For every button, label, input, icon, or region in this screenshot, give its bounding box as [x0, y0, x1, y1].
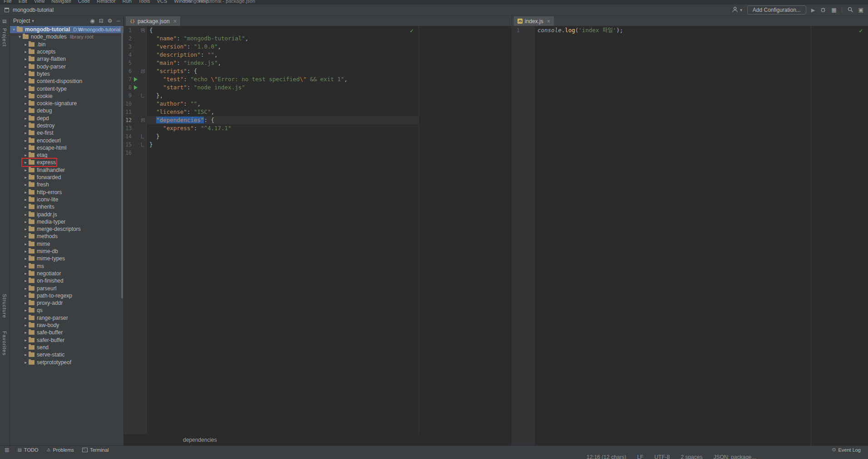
- code-line-16[interactable]: 16: [124, 149, 512, 157]
- chevron-right-icon[interactable]: ▸: [23, 160, 29, 165]
- project-panel-title[interactable]: Project: [13, 18, 30, 24]
- chevron-right-icon[interactable]: ▸: [23, 293, 29, 298]
- tree-item-encodeurl[interactable]: ▸encodeurl: [10, 137, 123, 144]
- hide-panel-icon[interactable]: ─: [116, 18, 120, 24]
- tree-item-express[interactable]: ▸express: [10, 159, 123, 166]
- run-button-icon[interactable]: ▶: [811, 7, 815, 13]
- chevron-right-icon[interactable]: ▸: [23, 108, 29, 113]
- tree-item-range-parser[interactable]: ▸range-parser: [10, 314, 123, 322]
- add-configuration-button[interactable]: Add Configuration...: [747, 5, 806, 15]
- menu-view[interactable]: View: [34, 0, 45, 4]
- tab-package-json[interactable]: {} package.json ×: [126, 16, 180, 26]
- chevron-right-icon[interactable]: ▸: [23, 123, 29, 128]
- tool-windows-icon[interactable]: ▤: [2, 19, 6, 24]
- chevron-right-icon[interactable]: ▸: [23, 153, 29, 157]
- tab-index-js[interactable]: JS index.js ×: [514, 16, 554, 26]
- chevron-right-icon[interactable]: ▸: [23, 286, 29, 291]
- chevron-right-icon[interactable]: ▸: [23, 42, 29, 47]
- menu-navigate[interactable]: Navigate: [51, 0, 71, 4]
- close-tab-icon[interactable]: ×: [547, 18, 551, 24]
- chevron-right-icon[interactable]: ▸: [23, 138, 29, 143]
- inspections-ok-icon[interactable]: ✓: [410, 27, 414, 34]
- grid-icon[interactable]: ▦: [831, 7, 836, 13]
- tree-item-accepts[interactable]: ▸accepts: [10, 48, 123, 55]
- tree-item-ms[interactable]: ▸ms: [10, 263, 123, 270]
- tree-item-mime-types[interactable]: ▸mime-types: [10, 255, 123, 262]
- terminal-button[interactable]: Terminal: [82, 447, 109, 453]
- chevron-right-icon[interactable]: ▸: [23, 278, 29, 283]
- chevron-right-icon[interactable]: ▸: [23, 79, 29, 83]
- tree-item-http-errors[interactable]: ▸http-errors: [10, 189, 123, 196]
- tree-item-merge-descriptors[interactable]: ▸merge-descriptors: [10, 225, 123, 233]
- menu-run[interactable]: Run: [123, 0, 132, 4]
- code-line-10[interactable]: 10 "author": "",: [124, 100, 512, 108]
- chevron-right-icon[interactable]: ▸: [23, 49, 29, 54]
- tree-item-parseurl[interactable]: ▸parseurl: [10, 284, 123, 292]
- run-script-icon[interactable]: [134, 85, 138, 90]
- chevron-down-icon[interactable]: ▾: [17, 34, 23, 39]
- chevron-right-icon[interactable]: ▸: [23, 301, 29, 305]
- code-line-12[interactable]: 12 "dependencies": {: [124, 116, 512, 124]
- chevron-right-icon[interactable]: ▸: [23, 57, 29, 61]
- code-line-1[interactable]: 1console.log('index 파일');: [512, 26, 868, 34]
- chevron-right-icon[interactable]: ▸: [23, 338, 29, 342]
- chevron-right-icon[interactable]: ▸: [23, 146, 29, 150]
- tree-item-fresh[interactable]: ▸fresh: [10, 181, 123, 188]
- search-icon[interactable]: [847, 6, 853, 14]
- chevron-right-icon[interactable]: ▸: [23, 205, 29, 209]
- tree-item-ipaddr.js[interactable]: ▸ipaddr.js: [10, 210, 123, 218]
- chevron-right-icon[interactable]: ▸: [23, 101, 29, 106]
- chevron-right-icon[interactable]: ▸: [23, 330, 29, 335]
- tree-item-etag[interactable]: ▸etag: [10, 151, 123, 159]
- chevron-right-icon[interactable]: ▸: [23, 234, 29, 239]
- tree-item-serve-static[interactable]: ▸serve-static: [10, 351, 123, 358]
- tree-item-raw-body[interactable]: ▸raw-body: [10, 322, 123, 329]
- tree-item-content-disposition[interactable]: ▸content-disposition: [10, 78, 123, 85]
- chevron-right-icon[interactable]: ▸: [23, 264, 29, 269]
- fold-collapse-icon[interactable]: [141, 29, 145, 32]
- chevron-right-icon[interactable]: ▸: [23, 212, 29, 217]
- tree-item-proxy-addr[interactable]: ▸proxy-addr: [10, 299, 123, 307]
- status-widget[interactable]: 2 spaces: [681, 454, 702, 459]
- tree-item-cookie-signature[interactable]: ▸cookie-signature: [10, 100, 123, 107]
- code-line-14[interactable]: 14 }: [124, 132, 512, 141]
- settings-gear-icon[interactable]: ⚙: [108, 18, 113, 24]
- menu-edit[interactable]: Edit: [19, 0, 27, 4]
- menu-code[interactable]: Code: [78, 0, 90, 4]
- tree-item-mime-db[interactable]: ▸mime-db: [10, 248, 123, 255]
- tree-item-debug[interactable]: ▸debug: [10, 107, 123, 114]
- chevron-right-icon[interactable]: ▸: [23, 72, 29, 76]
- run-script-icon[interactable]: [134, 77, 138, 82]
- inspections-ok-icon[interactable]: ✓: [859, 27, 863, 34]
- tree-item-inherits[interactable]: ▸inherits: [10, 203, 123, 210]
- tree-item-safer-buffer[interactable]: ▸safer-buffer: [10, 336, 123, 343]
- chevron-down-icon[interactable]: ▾: [740, 8, 742, 12]
- locate-icon[interactable]: ◉: [90, 18, 94, 24]
- code-line-3[interactable]: 3 "version": "1.0.0",: [124, 43, 512, 51]
- chevron-right-icon[interactable]: ▸: [23, 256, 29, 261]
- tree-item-mongodb-tutorial[interactable]: ▾mongodb-tutorialD:₩mongodb-tutorial: [10, 26, 123, 33]
- debug-icon[interactable]: [820, 6, 826, 14]
- stripe-button-project[interactable]: Project: [2, 28, 7, 47]
- tree-item-iconv-lite[interactable]: ▸iconv-lite: [10, 196, 123, 203]
- chevron-right-icon[interactable]: ▸: [23, 131, 29, 135]
- tree-item-bytes[interactable]: ▸bytes: [10, 70, 123, 78]
- chevron-right-icon[interactable]: ▸: [23, 116, 29, 121]
- chevron-right-icon[interactable]: ▸: [23, 64, 29, 69]
- tree-item-qs[interactable]: ▸qs: [10, 307, 123, 314]
- status-widget[interactable]: JSON: package...: [713, 454, 756, 459]
- tree-item-send[interactable]: ▸send: [10, 344, 123, 351]
- chevron-right-icon[interactable]: ▸: [23, 352, 29, 357]
- tree-item-negotiator[interactable]: ▸negotiator: [10, 270, 123, 277]
- code-line-4[interactable]: 4 "description": "",: [124, 51, 512, 59]
- chevron-right-icon[interactable]: ▸: [23, 308, 29, 313]
- chevron-right-icon[interactable]: ▸: [23, 190, 29, 195]
- fold-collapse-icon[interactable]: [141, 69, 145, 73]
- breadcrumb-item[interactable]: dependencies: [183, 437, 217, 443]
- problems-button[interactable]: Problems: [46, 447, 74, 453]
- chevron-right-icon[interactable]: ▸: [23, 197, 29, 202]
- tree-item-destroy[interactable]: ▸destroy: [10, 122, 123, 129]
- code-line-13[interactable]: 13 "express": "^4.17.1": [124, 124, 512, 132]
- tree-item-array-flatten[interactable]: ▸array-flatten: [10, 55, 123, 63]
- tree-item-media-typer[interactable]: ▸media-typer: [10, 218, 123, 225]
